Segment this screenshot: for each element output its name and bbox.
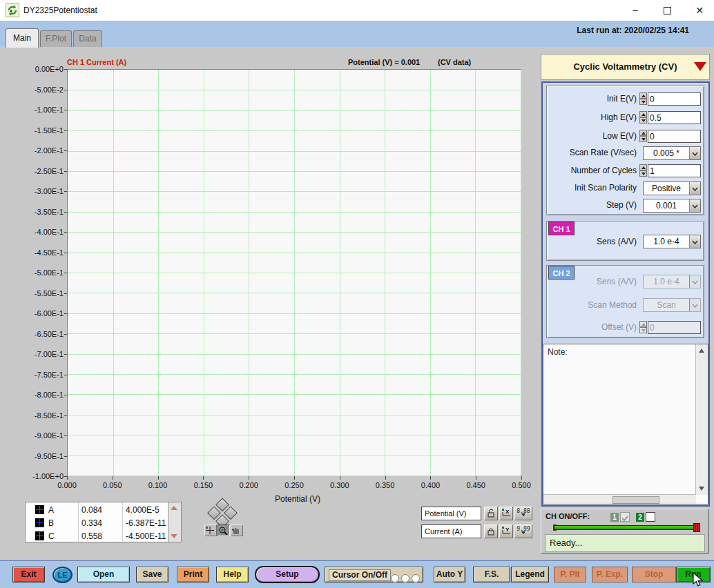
step-label: Step (V) bbox=[547, 199, 637, 212]
legend-button[interactable]: Legend bbox=[511, 567, 549, 582]
low-e-spinner[interactable] bbox=[639, 130, 647, 143]
init-e-spinner[interactable] bbox=[639, 92, 647, 106]
init-e-input[interactable] bbox=[648, 92, 701, 106]
y-tick-mark bbox=[64, 110, 67, 110]
x-tick-mark bbox=[203, 476, 204, 480]
x-tick-label: 0.150 bbox=[188, 481, 218, 489]
f-s-button[interactable]: F.S. bbox=[473, 567, 510, 582]
pan-tool-button[interactable] bbox=[231, 525, 243, 536]
cursor-row[interactable]: A0.0844.000E-5 bbox=[26, 503, 169, 516]
p-exp-button: P. Exp. bbox=[592, 567, 628, 582]
ch1-group: CH 1 Sens (A/V) 1.0 e-4 bbox=[546, 221, 704, 261]
high-e-spinner[interactable] bbox=[639, 111, 647, 124]
y-tick-mark bbox=[64, 212, 67, 213]
scroll-up-icon[interactable] bbox=[171, 506, 177, 510]
step-value: 0.001 bbox=[644, 199, 689, 212]
high-e-input[interactable] bbox=[648, 111, 701, 124]
progress-slider-track[interactable] bbox=[554, 525, 700, 530]
scrollbar-thumb[interactable] bbox=[612, 496, 659, 504]
init-e-label: Init E(V) bbox=[547, 92, 637, 106]
ch1-sens-value: 1.0 e-4 bbox=[644, 235, 689, 248]
y-tick-mark bbox=[64, 375, 67, 375]
y-axis-name-box[interactable]: Current (A) bbox=[421, 525, 481, 538]
tab-main[interactable]: Main bbox=[6, 28, 39, 48]
chevron-down-icon[interactable] bbox=[689, 182, 700, 195]
note-horizontal-scrollbar[interactable] bbox=[543, 494, 696, 504]
x-format-button[interactable]: 8.88 bbox=[514, 507, 532, 520]
cursor-row[interactable]: C0.558-4.500E-11 bbox=[26, 529, 169, 542]
y-format-button[interactable]: 9.99 bbox=[514, 525, 532, 538]
y-tick-mark bbox=[64, 415, 67, 416]
technique-selector[interactable]: Cyclic Voltammetry (CV) bbox=[541, 54, 710, 80]
scroll-down-icon[interactable] bbox=[699, 487, 704, 491]
close-button[interactable]: ✕ bbox=[688, 0, 711, 21]
note-box[interactable]: Note: bbox=[543, 344, 708, 504]
print-button[interactable]: Print bbox=[177, 567, 209, 582]
tab-fplot[interactable]: F.Plot bbox=[40, 30, 72, 47]
ch1-checkbox[interactable] bbox=[620, 512, 630, 522]
y-autoscale-button[interactable]: Y bbox=[499, 525, 513, 538]
x-tick-mark bbox=[340, 476, 340, 480]
x-tick-mark bbox=[385, 476, 386, 480]
y-tick-label: -4.00E-1 bbox=[21, 228, 64, 236]
progress-slider-handle[interactable] bbox=[693, 523, 700, 532]
scan-rate-select[interactable]: 0.005 * bbox=[643, 146, 701, 160]
x-axis-name-box[interactable]: Potential (V) bbox=[421, 507, 481, 520]
auto-y-button[interactable]: Auto Y bbox=[434, 567, 465, 582]
mouse-cursor bbox=[692, 572, 706, 587]
minimize-button[interactable]: – bbox=[624, 0, 647, 21]
help-button[interactable]: Help bbox=[216, 567, 249, 582]
maximize-icon bbox=[664, 7, 671, 14]
y-tick-label: -7.50E-1 bbox=[21, 371, 64, 379]
y-tick-label: -8.00E-1 bbox=[21, 391, 64, 399]
x-axis-lock-button[interactable] bbox=[484, 507, 498, 520]
ch1-sens-select[interactable]: 1.0 e-4 bbox=[643, 235, 701, 248]
last-run-timestamp: Last run at: 2020/02/25 14:41 bbox=[577, 26, 689, 35]
gridline-horizontal bbox=[68, 435, 521, 435]
y-tick-label: -8.50E-1 bbox=[21, 411, 64, 420]
cursor-table[interactable]: A0.0844.000E-5B0.334-6.387E-11C0.558-4.5… bbox=[25, 502, 182, 542]
save-button[interactable]: Save bbox=[136, 567, 168, 582]
setup-button[interactable]: Setup bbox=[255, 566, 320, 583]
cursor-row[interactable]: B0.334-6.387E-11 bbox=[26, 516, 169, 529]
gridline-horizontal bbox=[68, 333, 521, 334]
maximize-button[interactable] bbox=[655, 0, 679, 21]
recycle-arrows-icon bbox=[6, 4, 19, 17]
cycles-input[interactable] bbox=[648, 164, 701, 177]
crosshair-tool-button[interactable] bbox=[204, 525, 217, 536]
y-format-label: 9.99 bbox=[517, 526, 530, 532]
le-button[interactable]: LE bbox=[52, 567, 73, 583]
step-select[interactable]: 0.001 bbox=[643, 199, 701, 213]
scan-rate-value: 0.005 * bbox=[644, 147, 689, 159]
polarity-select[interactable]: Positive bbox=[643, 182, 701, 195]
plot-area[interactable] bbox=[67, 69, 521, 476]
scroll-up-icon[interactable] bbox=[699, 349, 704, 353]
exit-button[interactable]: Exit bbox=[12, 567, 45, 582]
y-tick-mark bbox=[64, 313, 67, 314]
cursor-table-scrollbar[interactable] bbox=[168, 502, 181, 542]
y-tick-label: -1.50E-1 bbox=[21, 126, 64, 135]
chevron-down-icon[interactable] bbox=[689, 235, 700, 248]
cycles-spinner[interactable] bbox=[639, 164, 647, 177]
gridline-horizontal bbox=[68, 293, 521, 293]
scroll-down-icon[interactable] bbox=[171, 534, 177, 538]
note-vertical-scrollbar[interactable] bbox=[695, 344, 708, 495]
tab-data[interactable]: Data bbox=[73, 30, 102, 47]
app-icon bbox=[6, 3, 19, 17]
cursor-on-off-button[interactable]: Cursor On/Off bbox=[325, 567, 423, 582]
x-autoscale-button[interactable]: X bbox=[499, 507, 513, 520]
technique-dropdown-icon[interactable] bbox=[694, 62, 706, 71]
cursor-crosshair-icon bbox=[35, 518, 44, 527]
chevron-down-icon[interactable] bbox=[689, 147, 700, 159]
y-tick-mark bbox=[64, 334, 67, 335]
ch2-checkbox[interactable] bbox=[646, 512, 655, 522]
y-tick-label: -3.00E-1 bbox=[21, 187, 64, 195]
open-button[interactable]: Open bbox=[77, 567, 130, 582]
chevron-down-icon[interactable] bbox=[689, 199, 700, 212]
low-e-input[interactable] bbox=[648, 130, 701, 143]
y-axis-lock-button[interactable] bbox=[484, 525, 498, 538]
y-axis-ticks bbox=[64, 69, 67, 477]
y-tick-mark bbox=[64, 293, 67, 294]
cursor-name: B bbox=[48, 518, 54, 528]
zoom-tool-button[interactable] bbox=[218, 525, 230, 536]
